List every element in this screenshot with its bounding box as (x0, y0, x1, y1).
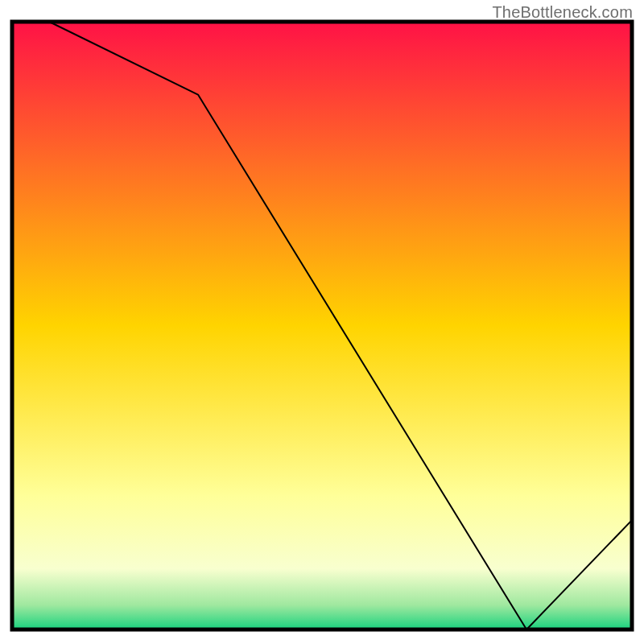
plot-background (12, 22, 632, 630)
chart-svg (0, 0, 644, 644)
chart-container: TheBottleneck.com (0, 0, 644, 644)
